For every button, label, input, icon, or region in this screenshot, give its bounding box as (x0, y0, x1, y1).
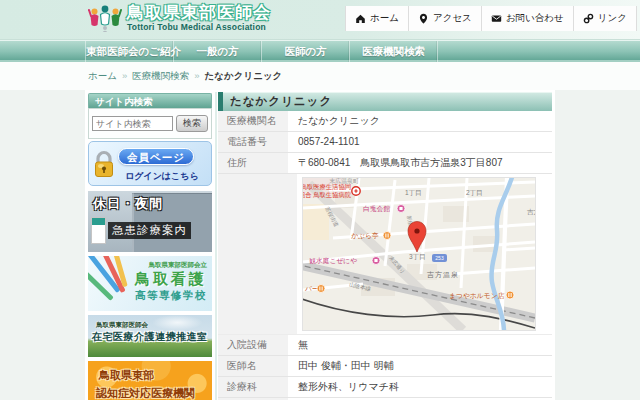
poi-hospital-line1: 鳥取医療生活協同 (303, 183, 351, 191)
utility-nav-label: お問い合わせ (506, 12, 564, 25)
breadcrumb-search[interactable]: 医療機関検索 (132, 70, 189, 81)
content-divider (215, 92, 217, 400)
row-value: 無 (288, 335, 552, 355)
utility-nav-links[interactable]: リンク (574, 6, 637, 31)
top-header: 鳥取県東部医師会 Tottori Tobu Medical Associatio… (0, 0, 640, 40)
association-logo-icon (88, 3, 122, 33)
holiday-emergency-banner[interactable]: 休日・夜間 急患診療案内 (88, 191, 212, 252)
poi-kaburatei: かぶら亭 (351, 232, 379, 240)
site-search-form: 検索 (88, 108, 212, 139)
area-label-3chome: 3丁目 (409, 253, 426, 260)
utility-nav-label: アクセス (433, 12, 472, 25)
breadcrumb-current: たなかクリニック (205, 70, 283, 81)
site-subtitle: Tottori Tobu Medical Association (127, 22, 271, 32)
breadcrumb-home[interactable]: ホーム (88, 70, 117, 81)
utility-nav: ホーム アクセス お問い合わせ リンク (345, 6, 637, 31)
area-label-partial-right: 吉方 (527, 208, 535, 216)
main-nav: 東部医師会のご紹介 一般の方 医師の方 医療機関検索 (0, 40, 640, 62)
poi-hakuto-hall: 白兎会館 (363, 205, 390, 213)
row-label: 医師名 (218, 356, 288, 376)
row-value: 〒680-0841 鳥取県鳥取市吉方温泉3丁目807 (288, 153, 552, 173)
table-row: 入院設備 無 (218, 335, 552, 356)
row-value: 整形外科、リウマチ科 (288, 377, 552, 397)
area-label-1chome: 1丁目 (405, 189, 422, 196)
dementia-banner[interactable]: 鳥取県東部 認知症対応医療機関 (88, 361, 212, 400)
nursing-banner-small: 鳥取県東部医師会立 (135, 261, 207, 270)
dementia-banner-line1: 鳥取県東部 (99, 368, 154, 383)
table-row: 医療機関名 たなかクリニック (218, 111, 552, 132)
nav-item-search[interactable]: 医療機関検索 (349, 41, 437, 63)
nursing-banner-line1: 鳥取看護 (135, 270, 207, 289)
home-care-banner-line1: 在宅医療介護連携推進室 (92, 330, 208, 344)
row-label: 医療機関名 (218, 111, 288, 131)
breadcrumb-separator: » (122, 70, 127, 81)
area-label-onsen: 吉方温泉 (427, 270, 459, 279)
map-row-label (218, 174, 297, 334)
nursing-school-banner[interactable]: 鳥取県東部医師会立 鳥取看護 高等専修学校 (88, 256, 212, 311)
area-label-2chome: 2丁目 (466, 189, 483, 196)
mail-icon (491, 13, 502, 24)
clinic-detail-panel: たなかクリニック 医療機関名 たなかクリニック 電話番号 0857-24-110… (218, 92, 552, 400)
breadcrumb-band: ホーム»医療機関検索»たなかクリニック (0, 62, 640, 90)
site-search-box: サイト内検索 検索 (88, 93, 212, 139)
padlock-icon (93, 150, 115, 180)
home-icon (355, 13, 366, 24)
poi-matsuya: まつやホルモン店 (449, 292, 505, 300)
home-care-banner[interactable]: 鳥取県東部医師会 在宅医療介護連携推進室 (88, 315, 212, 357)
member-page-banner[interactable]: 会員ページ ログインはこちら (88, 141, 212, 186)
table-row: 電話番号 0857-24-1101 (218, 132, 552, 153)
utility-nav-contact[interactable]: お問い合わせ (482, 6, 574, 31)
row-label: 入院設備 (218, 335, 288, 355)
row-label: 診療科 (218, 377, 288, 397)
nav-item-about[interactable]: 東部医師会のご紹介 (85, 41, 173, 63)
dementia-banner-line2: 認知症対応医療機関 (96, 386, 195, 400)
member-page-label: 会員ページ (118, 148, 194, 165)
map-cell: 末広温泉町 吉方 1丁目 2丁目 3丁目 吉方温泉 若桜街道 新橋通り 末広通り… (297, 174, 535, 334)
site-title: 鳥取県東部医師会 (127, 4, 271, 23)
utility-nav-access[interactable]: アクセス (409, 6, 482, 31)
logo-text: 鳥取県東部医師会 Tottori Tobu Medical Associatio… (127, 4, 271, 33)
nav-item-doctors[interactable]: 医師の方 (261, 41, 349, 63)
page-title: たなかクリニック (218, 92, 552, 111)
row-value: 田中 俊輔・田中 明輔 (288, 356, 552, 376)
breadcrumb-separator: » (194, 70, 199, 81)
site-logo[interactable]: 鳥取県東部医師会 Tottori Tobu Medical Associatio… (88, 3, 271, 33)
holiday-banner-line1: 休日・夜間 (93, 195, 163, 213)
site-search-title: サイト内検索 (88, 93, 212, 108)
utility-nav-label: リンク (598, 12, 627, 25)
main-nav-items: 東部医師会のご紹介 一般の方 医師の方 医療機関検索 (85, 41, 437, 63)
row-value: 0857-24-1101 (288, 132, 552, 152)
table-row: 医師名 田中 俊輔・田中 明輔 (218, 356, 552, 377)
row-label: 電話番号 (218, 132, 288, 152)
breadcrumb: ホーム»医療機関検索»たなかクリニック (88, 70, 282, 83)
member-login-link[interactable]: ログインはこちら (125, 170, 199, 183)
site-search-button[interactable]: 検索 (176, 115, 208, 132)
map-row: 末広温泉町 吉方 1丁目 2丁目 3丁目 吉方温泉 若桜街道 新橋通り 末広通り… (218, 174, 552, 335)
clinic-map[interactable]: 末広温泉町 吉方 1丁目 2丁目 3丁目 吉方温泉 若桜街道 新橋通り 末広通り… (303, 178, 535, 330)
site-search-input[interactable] (92, 116, 173, 131)
link-icon (583, 13, 594, 24)
route-badge-number: 253 (435, 255, 444, 261)
holiday-banner-line2: 急患診療案内 (108, 222, 191, 239)
table-row: 診療科 整形外科、リウマチ科 (218, 377, 552, 398)
home-care-banner-small: 鳥取県東部医師会 (96, 321, 148, 330)
page: 鳥取県東部医師会 Tottori Tobu Medical Associatio… (0, 0, 640, 400)
row-label: 住所 (218, 153, 288, 173)
nursing-banner-text: 鳥取県東部医師会立 鳥取看護 高等専修学校 (135, 261, 207, 303)
row-value: たなかクリニック (288, 111, 552, 131)
utility-nav-home[interactable]: ホーム (346, 6, 409, 31)
poi-hospital-line2: 組合 鳥取生協病院 (303, 191, 352, 199)
nav-item-general[interactable]: 一般の方 (173, 41, 261, 63)
map-pin-icon (418, 13, 429, 24)
flyer-decoration (91, 217, 106, 244)
table-row: 住所 〒680-0841 鳥取県鳥取市吉方温泉3丁目807 (218, 153, 552, 174)
utility-nav-label: ホーム (370, 12, 399, 25)
poi-kozeniya: 観水庭こぜにや (309, 257, 357, 265)
nursing-banner-line2: 高等専修学校 (135, 289, 207, 303)
